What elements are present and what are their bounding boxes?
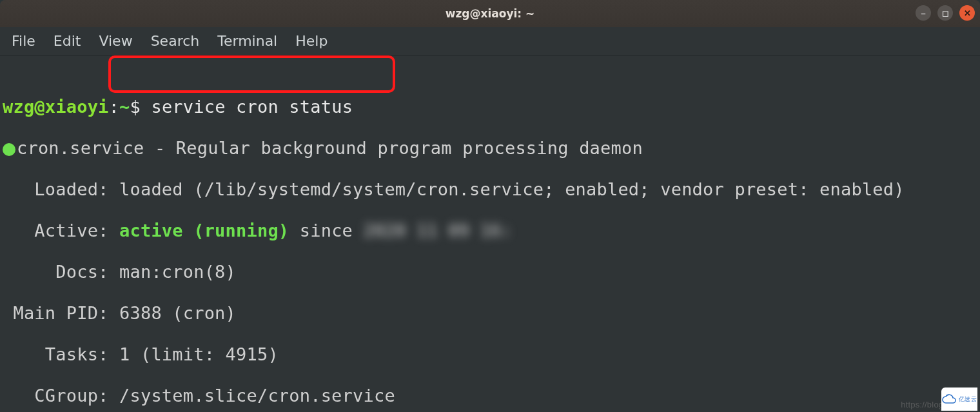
menu-help[interactable]: Help — [286, 33, 337, 49]
menu-edit[interactable]: Edit — [44, 33, 90, 49]
docs-line: man:cron(8) — [119, 262, 236, 282]
unit-name: cron.service — [17, 138, 144, 158]
prompt-path: ~ — [119, 97, 130, 117]
prompt-sigil: $ — [130, 97, 141, 117]
window-title: wzg@xiaoyi: ~ — [446, 7, 535, 20]
menu-view[interactable]: View — [90, 33, 141, 49]
loaded-line: loaded (/lib/systemd/system/cron.service… — [119, 179, 905, 199]
unit-desc: Regular background program processing da… — [176, 138, 643, 158]
title-bar: wzg@xiaoyi: ~ – ◻ ✕ — [0, 0, 980, 27]
active-state: active (running) — [119, 221, 289, 240]
cloud-icon — [942, 394, 957, 404]
prompt-userhost: wzg@xiaoyi — [3, 97, 109, 117]
cgroup-line: /system.slice/cron.service — [119, 386, 395, 406]
minimize-button[interactable]: – — [916, 5, 931, 21]
tasks-line: 1 (limit: 4915) — [119, 344, 279, 364]
close-button[interactable]: ✕ — [959, 5, 975, 21]
menu-search[interactable]: Search — [142, 33, 209, 49]
command-text: service cron status — [151, 97, 353, 117]
prompt-sep: : — [109, 97, 119, 117]
watermark-logo-text: 亿速云 — [959, 395, 977, 404]
menu-terminal[interactable]: Terminal — [208, 33, 286, 49]
status-dot-icon — [3, 143, 15, 156]
watermark-logo: 亿速云 — [941, 387, 977, 411]
command-highlight-box — [108, 55, 395, 93]
window-controls: – ◻ ✕ — [916, 5, 975, 21]
maximize-button[interactable]: ◻ — [937, 5, 953, 21]
menu-bar: File Edit View Search Terminal Help — [0, 27, 980, 55]
mainpid-line: 6388 (cron) — [119, 303, 236, 323]
terminal-window: wzg@xiaoyi: ~ – ◻ ✕ File Edit View Searc… — [0, 0, 980, 412]
menu-file[interactable]: File — [3, 33, 44, 49]
active-timestamp-blurred: 2020 11 09 16: — [364, 221, 512, 241]
active-since-prefix: since — [289, 221, 363, 240]
terminal-output[interactable]: wzg@xiaoyi:~$ service cron status cron.s… — [0, 55, 980, 412]
